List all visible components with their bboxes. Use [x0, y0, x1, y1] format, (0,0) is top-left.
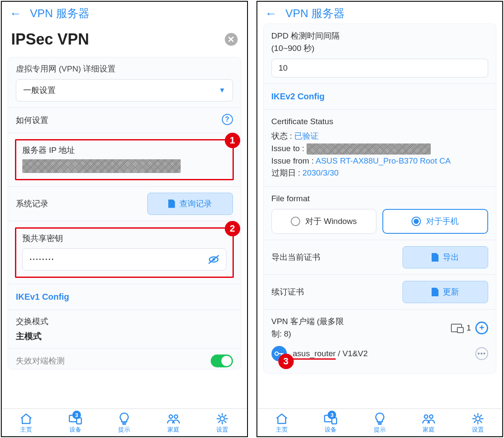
dpd-interval-value: 10 — [279, 63, 288, 73]
family-icon — [421, 412, 436, 425]
issue-from-line: Issue from : ASUS RT-AX88U_Pro-B370 Root… — [271, 156, 489, 166]
header: ← VPN 服务器 — [257, 2, 503, 24]
query-log-button[interactable]: 查询记录 — [147, 193, 233, 215]
svg-point-10 — [424, 415, 428, 418]
radio-phone-label: 对于手机 — [426, 216, 459, 227]
cert-status-line: 状态 : 已验证 — [271, 131, 489, 142]
bottom-nav: 主页 3 设备 提示 家庭 设置 — [257, 408, 503, 436]
header: ← VPN 服务器 — [2, 2, 247, 24]
bulb-icon — [373, 412, 387, 425]
header-title: VPN 服务器 — [30, 6, 89, 21]
annotation-badge-1: 1 — [225, 133, 240, 148]
vpn-client-count: 1 + — [451, 322, 488, 334]
export-button[interactable]: 导出 — [403, 246, 488, 268]
exchange-mode-section: 交换模式 主模式 — [8, 310, 241, 349]
back-button[interactable]: ← — [265, 7, 277, 21]
nav-devices-badge: 3 — [72, 411, 81, 419]
vpn-client-limit-label: VPN 客户端 (最多限制: 8) — [271, 316, 344, 340]
nav-family-label: 家庭 — [423, 426, 435, 434]
exchange-mode-value: 主模式 — [16, 331, 233, 342]
nav-devices[interactable]: 3 设备 — [68, 412, 83, 434]
nav-settings-label: 设置 — [216, 426, 228, 434]
renew-button[interactable]: 更新 — [403, 281, 488, 303]
detail-settings-select[interactable]: 一般设置 ▼ — [16, 79, 233, 101]
family-icon — [166, 412, 181, 425]
issue-to-label: Issue to : — [271, 144, 307, 153]
detail-settings-section: 虚拟专用网 (VPN) 详细设置 一般设置 ▼ — [8, 57, 241, 108]
export-button-label: 导出 — [443, 252, 459, 263]
svg-point-11 — [429, 415, 433, 418]
nav-family[interactable]: 家庭 — [166, 412, 181, 434]
dpd-toggle[interactable] — [211, 355, 233, 367]
select-value: 一般设置 — [23, 85, 56, 96]
nav-devices-label: 设备 — [325, 426, 337, 434]
close-icon[interactable]: ✕ — [225, 33, 238, 46]
help-icon[interactable]: ? — [222, 114, 233, 125]
status-value: 已验证 — [294, 131, 319, 140]
svg-point-4 — [169, 415, 173, 418]
document-icon — [432, 288, 438, 296]
status-label: 状态 : — [271, 131, 295, 140]
nav-hints-label: 提示 — [374, 426, 386, 434]
psk-input[interactable]: ········ — [22, 248, 227, 271]
file-format-label: File format — [271, 193, 489, 205]
nav-settings[interactable]: 设置 — [471, 412, 485, 434]
nav-family[interactable]: 家庭 — [421, 412, 436, 434]
annotation-box-2: 2 预共享密钥 ········ — [15, 227, 234, 278]
nav-home-label: 主页 — [20, 426, 32, 434]
header-title: VPN 服务器 — [286, 6, 345, 21]
gear-icon — [471, 412, 485, 425]
settings-card: DPD 检测时间间隔 (10~900 秒) 10 IKEv2 Config Ce… — [263, 24, 497, 374]
annotation-badge-3: 3 — [278, 354, 294, 369]
syslog-label: 系统记录 — [16, 198, 48, 209]
vpn-client-header: VPN 客户端 (最多限制: 8) 1 + — [271, 316, 489, 340]
more-icon[interactable]: ••• — [475, 347, 488, 360]
nav-home[interactable]: 主页 — [274, 412, 289, 434]
nav-home[interactable]: 主页 — [19, 412, 33, 434]
add-client-button[interactable]: + — [475, 322, 488, 334]
export-cert-section: 导出当前证书 导出 — [264, 240, 496, 275]
radio-phone[interactable]: 对于手机 — [382, 209, 488, 234]
annotation-box-1: 1 服务器 IP 地址 — [15, 139, 234, 180]
exchange-mode-label: 交换模式 — [16, 316, 233, 327]
cert-status-title: Certificate Status — [271, 116, 489, 128]
radio-circle-icon — [412, 217, 421, 226]
dpd-interval-input[interactable]: 10 — [271, 59, 489, 77]
expire-label: 过期日 : — [271, 168, 303, 177]
right-content: DPD 检测时间间隔 (10~900 秒) 10 IKEv2 Config Ce… — [257, 24, 503, 408]
devices-icon — [451, 324, 462, 332]
radio-windows[interactable]: 对于 Windows — [271, 209, 376, 234]
visibility-off-icon[interactable] — [208, 255, 219, 264]
right-screen: ← VPN 服务器 DPD 检测时间间隔 (10~900 秒) 10 IKEv2… — [256, 1, 504, 437]
query-log-label: 查询记录 — [179, 198, 212, 209]
nav-hints[interactable]: 提示 — [117, 412, 131, 434]
psk-label: 预共享密钥 — [22, 233, 227, 244]
home-icon — [19, 412, 33, 425]
client-count-value: 1 — [466, 323, 471, 333]
bottom-nav: 主页 3 设备 提示 家庭 设置 — [2, 408, 247, 436]
ikev1-config-title: IKEv1 Config — [8, 284, 241, 310]
radio-circle-icon — [291, 217, 300, 226]
svg-point-6 — [220, 417, 224, 421]
server-ip-section: 1 服务器 IP 地址 — [8, 133, 241, 187]
nav-settings[interactable]: 设置 — [215, 412, 230, 434]
left-content: 虚拟专用网 (VPN) 详细设置 一般设置 ▼ 如何设置 ? 1 服务器 IP … — [2, 57, 247, 408]
home-icon — [274, 412, 289, 425]
svg-point-5 — [174, 415, 178, 418]
dpd-interval-unit: (10~900 秒) — [271, 42, 489, 55]
chevron-down-icon: ▼ — [219, 86, 226, 94]
dpd-interval-section: DPD 检测时间间隔 (10~900 秒) 10 — [264, 24, 496, 84]
back-button[interactable]: ← — [9, 7, 21, 21]
document-icon — [168, 200, 175, 208]
nav-home-label: 主页 — [276, 426, 288, 434]
radio-windows-label: 对于 Windows — [305, 216, 357, 227]
nav-devices[interactable]: 3 设备 — [323, 412, 338, 434]
vpn-client-section: VPN 客户端 (最多限制: 8) 1 + asus_router / V1&V… — [264, 310, 496, 373]
page-title: IPSec VPN — [11, 30, 89, 48]
bulb-icon — [117, 412, 131, 425]
nav-hints[interactable]: 提示 — [373, 412, 387, 434]
left-screen: ← VPN 服务器 IPSec VPN ✕ 虚拟专用网 (VPN) 详细设置 一… — [1, 1, 248, 437]
renew-label: 续订证书 — [271, 286, 304, 298]
vpn-client-row[interactable]: asus_router / V1&V2 ••• 3 — [271, 346, 489, 361]
ikev2-config-title: IKEv2 Config — [264, 84, 496, 110]
